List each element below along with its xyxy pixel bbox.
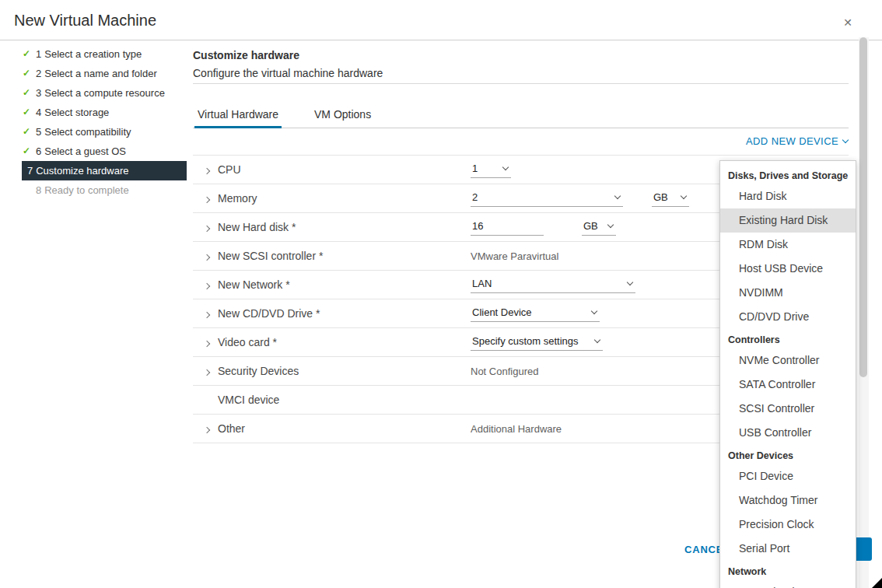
menu-item-precision-clock[interactable]: Precision Clock bbox=[720, 513, 856, 537]
expand-chevron-icon[interactable] bbox=[205, 249, 218, 263]
row-label: Other bbox=[218, 422, 455, 435]
chevron-down-icon bbox=[591, 307, 597, 313]
tab-vm-options[interactable]: VM Options bbox=[311, 104, 374, 128]
menu-item-pci-device[interactable]: PCI Device bbox=[720, 464, 856, 488]
menu-group-header: Other Devices bbox=[720, 445, 856, 464]
chevron-down-icon bbox=[614, 192, 621, 198]
add-device-menu: Disks, Drives and Storage Hard Disk Exis… bbox=[719, 160, 856, 588]
menu-item-rdm-disk[interactable]: RDM Disk bbox=[720, 233, 856, 257]
menu-item-usb-controller[interactable]: USB Controller bbox=[720, 421, 856, 445]
step-number: 7 bbox=[27, 165, 33, 177]
row-label: New SCSI controller * bbox=[218, 250, 455, 262]
page-title: Customize hardware bbox=[193, 49, 299, 61]
new-vm-dialog: New Virtual Machine ✕ ✓ 1Select a creati… bbox=[0, 0, 882, 588]
step-number: 6 bbox=[36, 145, 41, 157]
row-label: Video card * bbox=[218, 336, 455, 348]
menu-item-network-adapter[interactable]: Network Adapter bbox=[720, 580, 856, 588]
add-new-device-button[interactable]: ADD NEW DEVICE bbox=[746, 135, 848, 147]
expand-chevron-icon[interactable] bbox=[205, 422, 218, 436]
row-label: New Network * bbox=[218, 278, 455, 291]
menu-item-sata-controller[interactable]: SATA Controller bbox=[720, 373, 856, 397]
hardware-tabs: Virtual Hardware VM Options bbox=[193, 103, 849, 128]
expand-chevron-icon[interactable] bbox=[205, 335, 218, 349]
menu-group-header: Network bbox=[720, 561, 856, 580]
step-number: 4 bbox=[36, 107, 41, 118]
check-icon: ✓ bbox=[23, 83, 30, 103]
check-icon: ✓ bbox=[23, 44, 30, 64]
step-select-compute-resource[interactable]: ✓ 3Select a compute resource bbox=[22, 83, 187, 103]
expand-chevron-icon[interactable] bbox=[205, 220, 218, 234]
check-icon: ✓ bbox=[23, 64, 30, 83]
menu-item-scsi-controller[interactable]: SCSI Controller bbox=[720, 397, 856, 421]
memory-unit-value: GB bbox=[653, 191, 668, 203]
cpu-count-select[interactable]: 1 bbox=[471, 161, 511, 178]
menu-item-watchdog-timer[interactable]: Watchdog Timer bbox=[720, 488, 856, 513]
row-label: New Hard disk * bbox=[218, 221, 455, 233]
step-number: 8 bbox=[36, 184, 41, 196]
step-label: Select a compute resource bbox=[44, 87, 165, 99]
step-label: Select a creation type bbox=[44, 48, 142, 60]
step-select-name-folder[interactable]: ✓ 2Select a name and folder bbox=[22, 64, 187, 83]
step-label: Select a name and folder bbox=[44, 68, 157, 79]
chevron-down-icon bbox=[842, 136, 849, 142]
menu-item-serial-port[interactable]: Serial Port bbox=[720, 537, 856, 561]
chevron-down-icon bbox=[502, 163, 509, 170]
menu-item-cd-dvd-drive[interactable]: CD/DVD Drive bbox=[720, 305, 856, 329]
step-number: 5 bbox=[36, 126, 41, 138]
menu-group-header: Disks, Drives and Storage bbox=[720, 165, 856, 184]
check-icon: ✓ bbox=[23, 142, 30, 161]
step-label: Select a guest OS bbox=[44, 145, 126, 157]
step-ready-to-complete[interactable]: 8Ready to complete bbox=[22, 180, 187, 200]
row-label: VMCI device bbox=[218, 394, 455, 406]
other-value: Additional Hardware bbox=[471, 423, 562, 435]
chevron-down-icon bbox=[627, 278, 633, 285]
hard-disk-unit-select[interactable]: GB bbox=[582, 219, 616, 236]
security-devices-value: Not Configured bbox=[471, 366, 538, 377]
menu-group-header: Controllers bbox=[720, 329, 856, 348]
cd-dvd-select[interactable]: Client Device bbox=[471, 305, 600, 322]
row-label: CPU bbox=[218, 163, 455, 176]
close-icon[interactable]: ✕ bbox=[843, 16, 852, 29]
memory-unit-select[interactable]: GB bbox=[652, 190, 689, 207]
expand-chevron-icon[interactable] bbox=[205, 364, 218, 378]
menu-item-host-usb-device[interactable]: Host USB Device bbox=[720, 257, 856, 281]
hard-disk-size-value: 16 bbox=[472, 220, 483, 232]
expand-chevron-icon[interactable] bbox=[205, 191, 218, 205]
menu-item-hard-disk[interactable]: Hard Disk bbox=[720, 184, 856, 208]
check-icon: ✓ bbox=[23, 103, 30, 122]
video-card-select[interactable]: Specify custom settings bbox=[471, 334, 603, 351]
step-label: Select storage bbox=[44, 107, 109, 118]
menu-item-nvdimm[interactable]: NVDIMM bbox=[720, 281, 856, 305]
screen-corner-decoration bbox=[872, 578, 882, 588]
cpu-count-value: 1 bbox=[472, 163, 478, 174]
step-customize-hardware[interactable]: 7Customize hardware bbox=[22, 161, 187, 180]
memory-size-input[interactable]: 2 bbox=[471, 190, 623, 207]
network-select[interactable]: LAN bbox=[471, 276, 635, 293]
expand-chevron-icon[interactable] bbox=[205, 278, 218, 292]
cd-dvd-value: Client Device bbox=[472, 306, 532, 318]
step-select-guest-os[interactable]: ✓ 6Select a guest OS bbox=[22, 142, 187, 161]
step-label: Select compatibility bbox=[44, 126, 131, 138]
step-label: Ready to complete bbox=[44, 184, 128, 196]
step-select-compatibility[interactable]: ✓ 5Select compatibility bbox=[22, 122, 187, 142]
vertical-scrollbar[interactable] bbox=[859, 37, 869, 588]
step-number: 1 bbox=[36, 48, 41, 60]
chevron-down-icon bbox=[681, 192, 687, 198]
step-select-creation-type[interactable]: ✓ 1Select a creation type bbox=[22, 44, 187, 64]
add-new-device-label: ADD NEW DEVICE bbox=[746, 135, 838, 147]
check-icon: ✓ bbox=[23, 122, 30, 142]
scrollbar-thumb[interactable] bbox=[859, 37, 867, 377]
tab-virtual-hardware[interactable]: Virtual Hardware bbox=[194, 104, 282, 128]
chevron-down-icon bbox=[607, 221, 614, 227]
step-select-storage[interactable]: ✓ 4Select storage bbox=[22, 103, 187, 122]
dialog-title: New Virtual Machine bbox=[14, 12, 156, 30]
menu-item-nvme-controller[interactable]: NVMe Controller bbox=[720, 348, 856, 373]
expand-chevron-icon[interactable] bbox=[205, 163, 218, 177]
memory-size-value: 2 bbox=[472, 191, 478, 203]
expand-chevron-icon[interactable] bbox=[205, 306, 218, 320]
video-card-value: Specify custom settings bbox=[472, 335, 579, 347]
row-label: Memory bbox=[218, 192, 455, 205]
menu-item-existing-hard-disk[interactable]: Existing Hard Disk bbox=[720, 208, 856, 233]
chevron-down-icon bbox=[594, 336, 600, 342]
hard-disk-size-input[interactable]: 16 bbox=[471, 219, 544, 236]
